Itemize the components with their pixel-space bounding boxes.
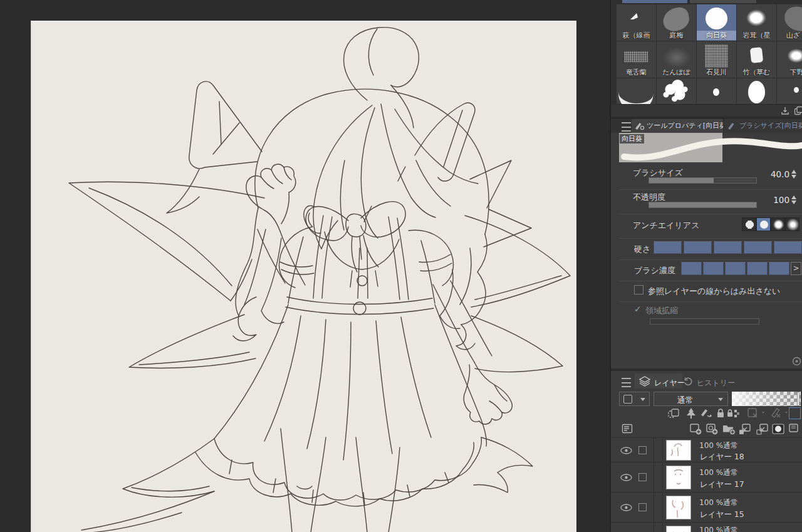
- brush-item-ryuzetsuran[interactable]: 竜舌蘭: [617, 41, 656, 78]
- layer-name[interactable]: レイヤー 17: [700, 479, 744, 490]
- brush-item-shimotsuke[interactable]: 下野: [777, 41, 802, 78]
- brush-thumbnail: [794, 87, 799, 93]
- delete-layer-icon[interactable]: [788, 423, 802, 436]
- tab-brush-size[interactable]: ブラシサイズ[向日葵]: [724, 119, 802, 133]
- enable-mask-icon-disabled[interactable]: [747, 407, 767, 419]
- opacity-stepper[interactable]: [791, 195, 797, 205]
- brush-thumbnail: [660, 78, 692, 105]
- opacity-slider-handle[interactable]: [797, 392, 799, 406]
- tab-history[interactable]: ヒストリー: [697, 378, 735, 389]
- visibility-eye-icon[interactable]: [620, 504, 632, 511]
- layer-row-partial[interactable]: 100 %通常: [611, 523, 802, 532]
- density-segment-4[interactable]: [747, 262, 768, 275]
- density-segment-1[interactable]: [681, 262, 702, 275]
- layer-name[interactable]: レイヤー 15: [700, 509, 744, 520]
- reference-layer-checkbox[interactable]: [634, 285, 643, 295]
- drawing-canvas[interactable]: [31, 21, 576, 532]
- brush-item-iwatake[interactable]: 岩茸（星: [737, 4, 776, 41]
- tab-layers[interactable]: レイヤー: [654, 378, 685, 389]
- anti-alias-weak-button[interactable]: [756, 217, 771, 231]
- brush-thumbnail: [783, 5, 802, 33]
- new-folder-icon[interactable]: [722, 423, 737, 436]
- layer-checkbox[interactable]: [638, 473, 647, 481]
- hardness-segment-4[interactable]: [744, 241, 772, 254]
- layer-thumbnail[interactable]: [666, 526, 691, 532]
- transfer-to-below-icon[interactable]: [756, 423, 771, 436]
- layer-panel-menu-icon[interactable]: [622, 378, 631, 387]
- layer-row-15[interactable]: 100 %通常 レイヤー 15: [611, 493, 802, 523]
- layer-thumbnail[interactable]: [666, 496, 691, 519]
- brush-size-value[interactable]: 40.0: [752, 169, 789, 179]
- density-segment-5[interactable]: [769, 262, 789, 275]
- brush-thumbnail: [746, 9, 766, 26]
- tool-property-icon: [635, 122, 645, 130]
- brush-thumbnail: [706, 8, 727, 29]
- selected-toggle-box[interactable]: [789, 407, 801, 419]
- blend-mode-dropdown[interactable]: 通常: [654, 392, 728, 406]
- layer-opacity-slider[interactable]: [732, 392, 801, 406]
- duplicate-brush-icon[interactable]: [794, 106, 802, 116]
- panel-menu-icon[interactable]: [622, 122, 631, 132]
- brush-item-take[interactable]: 竹（草む: [737, 41, 776, 78]
- brush-item-niwaume[interactable]: 庭梅: [657, 4, 696, 41]
- density-expand-button[interactable]: >: [791, 262, 801, 275]
- opacity-slider[interactable]: [648, 202, 757, 208]
- ruler-icon-disabled[interactable]: [771, 407, 789, 419]
- import-brush-icon[interactable]: [780, 106, 790, 116]
- new-layer-icon[interactable]: [689, 423, 703, 436]
- brush-thumbnail: [713, 88, 719, 96]
- tab-brush-size-label: ブラシサイズ[向日葵]: [739, 122, 802, 130]
- area-scale-slider[interactable]: [650, 318, 759, 325]
- layer-thumbnail[interactable]: [666, 466, 691, 489]
- layer-thumbnail[interactable]: [666, 440, 691, 461]
- lock-transparent-pixels-icon[interactable]: [727, 407, 741, 419]
- layer-opacity-text: 100 %通常: [699, 467, 738, 478]
- hardness-segment-2[interactable]: [684, 241, 712, 254]
- subtool-panel: 萩（線画 庭梅 向日葵 岩茸（星 山ざく 竜舌蘭 たんぽぽ 石見川 竹（草む 下…: [611, 0, 802, 117]
- opacity-value[interactable]: 100: [752, 195, 789, 205]
- brush-item-hagi[interactable]: 萩（線画: [617, 4, 656, 41]
- draft-layer-icon[interactable]: [700, 407, 714, 419]
- brush-item-tanpopo[interactable]: たんぽぽ: [657, 41, 696, 78]
- layer-name[interactable]: レイヤー 18: [700, 452, 744, 462]
- brush-item-himawari-selected[interactable]: 向日葵: [697, 4, 736, 41]
- layer-panel: レイヤー ヒストリー 通常: [611, 371, 802, 532]
- layer-mask-icon[interactable]: [772, 423, 786, 436]
- area-scale-check[interactable]: ✓: [634, 304, 642, 314]
- hardness-segment-3[interactable]: [714, 241, 742, 254]
- layer-opacity-text: 100 %通常: [699, 498, 738, 508]
- layer-palette-combo[interactable]: [619, 392, 650, 406]
- brush-item-yamazakura[interactable]: 山ざく: [777, 4, 802, 41]
- new-vector-layer-icon[interactable]: [706, 423, 719, 436]
- layer-property-icon[interactable]: [622, 424, 633, 434]
- panel-corner-icon[interactable]: [791, 356, 802, 367]
- brush-size-tab-icon: [727, 122, 737, 130]
- area-scale-label: 領域拡縮: [645, 305, 678, 316]
- visibility-eye-icon[interactable]: [620, 447, 632, 454]
- merge-to-below-icon[interactable]: [738, 423, 753, 436]
- tab-tool-property[interactable]: ツールプロパティ[向日葵]: [632, 119, 723, 133]
- density-segment-2[interactable]: [703, 262, 724, 275]
- history-icon: [683, 377, 693, 387]
- all-layers-icon[interactable]: [685, 407, 697, 419]
- tab-tool-property-label: ツールプロパティ[向日葵]: [647, 122, 723, 130]
- anti-alias-medium-button[interactable]: [771, 217, 785, 231]
- density-segment-3[interactable]: [725, 262, 746, 275]
- subtool-group-tab-active[interactable]: [622, 0, 687, 3]
- visibility-eye-icon[interactable]: [620, 474, 632, 481]
- brush-size-stepper[interactable]: [791, 169, 797, 179]
- brush-size-slider[interactable]: [648, 177, 757, 184]
- layer-row-18[interactable]: 100 %通常 レイヤー 18: [611, 438, 802, 462]
- hardness-segment-1[interactable]: [654, 241, 682, 254]
- layer-checkbox[interactable]: [638, 503, 647, 511]
- layer-checkbox[interactable]: [638, 446, 647, 454]
- subtool-group-tab[interactable]: [690, 0, 756, 3]
- anti-alias-strong-button[interactable]: [785, 217, 799, 231]
- clip-to-layer-below-icon[interactable]: [667, 408, 680, 419]
- brush-item-ishimigawa[interactable]: 石見川: [697, 41, 736, 78]
- subtool-panel-toolbar: [611, 104, 802, 117]
- anti-alias-none-button[interactable]: [742, 217, 756, 231]
- lock-layer-icon[interactable]: [716, 407, 726, 419]
- layer-row-17[interactable]: 100 %通常 レイヤー 17: [611, 462, 802, 493]
- hardness-segment-5[interactable]: [774, 241, 802, 254]
